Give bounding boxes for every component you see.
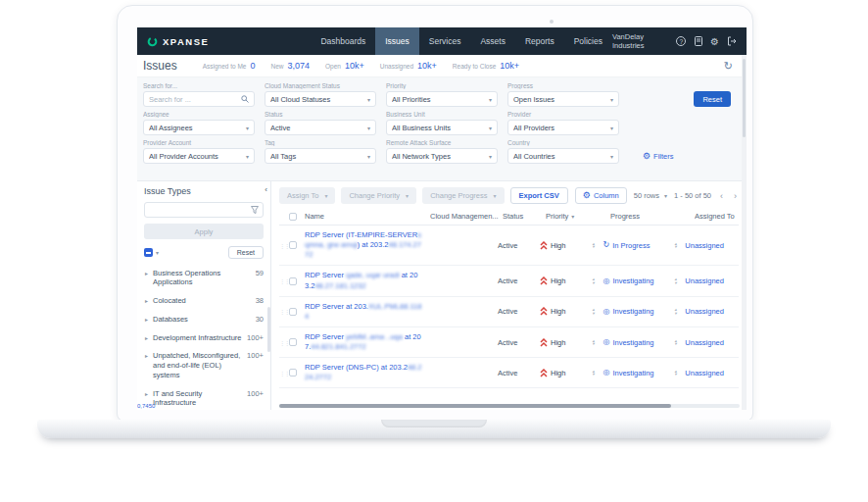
drag-handle-icon[interactable]: ⋮⋮ <box>279 370 289 376</box>
drag-handle-icon[interactable]: ⋮⋮ <box>279 308 289 315</box>
reset-filters-button[interactable]: Reset <box>694 91 731 107</box>
filter-select-tag[interactable]: All Tags ▾ <box>265 148 376 164</box>
issue-type-item[interactable]: ▸ Development Infrastructure 100+ <box>144 328 264 347</box>
progress-cell[interactable]: ◎ Investigating <box>603 276 665 285</box>
column-button[interactable]: ⚙Column <box>575 187 627 204</box>
filter-select-remote-attack-surface[interactable]: All Network Types ▾ <box>386 148 498 164</box>
account-name[interactable]: VanDelay Industries <box>612 32 664 50</box>
column-header-assigned-to[interactable]: Assigned To <box>695 212 747 221</box>
priority-value[interactable]: High <box>551 369 565 377</box>
priority-value[interactable]: High <box>551 307 565 316</box>
column-header-priority[interactable]: Priority▾ <box>546 212 610 221</box>
select-all-checkbox[interactable] <box>144 248 153 257</box>
filter-select-provider-account[interactable]: All Provider Accounts ▾ <box>143 148 255 164</box>
xpanse-logo[interactable]: XPANSE <box>137 36 222 47</box>
assigned-to-link[interactable]: Unassigned <box>685 338 739 347</box>
assigned-to-link[interactable]: Unassigned <box>685 241 739 250</box>
filter-select-progress[interactable]: Open Issues ▾ <box>507 91 619 107</box>
column-header-status[interactable]: Status <box>503 212 546 221</box>
stat-value[interactable]: 10k+ <box>345 61 364 71</box>
issue-name-link[interactable]: RDP Server (DNS-PC) at 203.248.224.2772 <box>305 363 427 382</box>
search-input[interactable] <box>149 95 241 104</box>
filter-select-priority[interactable]: All Priorities ▾ <box>386 91 498 107</box>
progress-cell[interactable]: ◎ Investigating <box>603 307 665 316</box>
row-checkbox[interactable] <box>289 338 297 346</box>
priority-stepper[interactable]: ▴▾ <box>584 277 603 284</box>
column-header-progress[interactable]: Progress <box>610 212 695 221</box>
expand-arrow-icon[interactable]: ▸ <box>145 352 148 359</box>
nav-item-issues[interactable]: Issues <box>375 27 419 55</box>
change-progress-button[interactable]: Change Progress▾ <box>422 187 504 204</box>
priority-stepper[interactable]: ▴▾ <box>584 308 603 315</box>
collapse-sidebar-icon[interactable]: ‹ <box>265 185 267 194</box>
filters-link[interactable]: ⚙Filters <box>643 152 674 161</box>
progress-cell[interactable]: ↻ In Progress <box>603 241 665 250</box>
row-checkbox[interactable] <box>289 277 297 285</box>
priority-value[interactable]: High <box>551 276 565 285</box>
stat-value[interactable]: 3,074 <box>288 61 311 71</box>
next-page-icon[interactable]: › <box>732 191 739 201</box>
apply-button[interactable]: Apply <box>144 224 264 239</box>
chevron-down-icon[interactable]: ▾ <box>156 249 159 256</box>
settings-gear-icon[interactable]: ⚙ <box>710 36 719 47</box>
issue-name-link[interactable]: RDP Server (IT-EMPIRE-SERVERsqmna, grw a… <box>305 230 427 260</box>
sidebar-reset-button[interactable]: Reset <box>228 246 264 259</box>
notifications-icon[interactable] <box>694 36 702 47</box>
progress-stepper[interactable]: ▴▾ <box>666 242 685 249</box>
assigned-to-link[interactable]: Unassigned <box>685 369 739 377</box>
nav-item-assets[interactable]: Assets <box>470 27 515 55</box>
expand-arrow-icon[interactable]: ▸ <box>145 316 148 323</box>
issue-type-item[interactable]: ▸ Unpatched, Misconfigured, and end-of-l… <box>144 347 264 384</box>
issue-name-link[interactable]: RDP Server at 203.XUL.PML88.1184 <box>305 302 427 322</box>
progress-cell[interactable]: ◎ Investigating <box>603 338 665 347</box>
expand-arrow-icon[interactable]: ▸ <box>145 297 148 304</box>
drag-handle-icon[interactable]: ⋮⋮ <box>279 242 289 249</box>
issue-name-link[interactable]: RDP Server yeMM..ama ..uqa at 207.44.821… <box>305 332 427 352</box>
expand-arrow-icon[interactable]: ▸ <box>145 390 148 397</box>
priority-stepper[interactable]: ▴▾ <box>584 339 603 346</box>
row-checkbox[interactable] <box>289 369 297 376</box>
nav-item-services[interactable]: Services <box>419 27 471 55</box>
page-scrollbar[interactable] <box>743 59 746 137</box>
filter-select-assignee[interactable]: All Assignees ▾ <box>143 120 255 135</box>
assigned-to-link[interactable]: Unassigned <box>685 276 739 285</box>
help-icon[interactable]: ? <box>676 36 686 47</box>
filter-select-business-unit[interactable]: All Business Units ▾ <box>386 120 498 135</box>
issue-type-item[interactable]: ▸ Colocated 38 <box>144 292 264 311</box>
priority-stepper[interactable]: ▴▾ <box>584 370 603 376</box>
priority-value[interactable]: High <box>551 338 565 347</box>
nav-item-reports[interactable]: Reports <box>515 27 564 55</box>
progress-stepper[interactable]: ▴▾ <box>666 308 685 315</box>
progress-stepper[interactable]: ▴▾ <box>666 370 685 376</box>
column-header-name[interactable]: Name <box>305 212 430 221</box>
stat-value[interactable]: 0 <box>251 61 256 71</box>
expand-arrow-icon[interactable]: ▸ <box>145 334 148 341</box>
nav-item-dashboards[interactable]: Dashboards <box>311 27 375 55</box>
progress-cell[interactable]: ◎ Investigating <box>603 369 665 377</box>
refresh-icon[interactable]: ↻ <box>724 61 733 72</box>
column-header-cloud-managemen-[interactable]: Cloud Managemen... <box>430 212 503 221</box>
filter-select-country[interactable]: All Countries ▾ <box>507 148 619 164</box>
horizontal-scrollbar[interactable] <box>279 404 671 408</box>
prev-page-icon[interactable]: ‹ <box>718 191 725 201</box>
assign-to-button[interactable]: Assign To▾ <box>279 187 335 204</box>
expand-arrow-icon[interactable]: ▸ <box>145 270 148 276</box>
stat-value[interactable]: 10k+ <box>417 61 437 71</box>
export-csv-button[interactable]: Export CSV <box>510 187 568 204</box>
assigned-to-link[interactable]: Unassigned <box>685 307 739 316</box>
progress-stepper[interactable]: ▴▾ <box>666 339 685 346</box>
issue-type-item[interactable]: ▸ Business Operations Applications 59 <box>144 264 264 292</box>
progress-stepper[interactable]: ▴▾ <box>666 277 685 284</box>
drag-handle-icon[interactable]: ⋮⋮ <box>279 339 289 346</box>
rows-per-page-select[interactable]: 50 rows▾ <box>634 191 667 200</box>
row-checkbox[interactable] <box>289 308 297 316</box>
priority-stepper[interactable]: ▴▾ <box>584 242 603 249</box>
sidebar-scrollbar[interactable] <box>267 307 270 352</box>
filter-select-cloud-management-status[interactable]: All Cloud Statuses ▾ <box>265 91 376 107</box>
priority-value[interactable]: High <box>551 241 565 250</box>
issue-type-item[interactable]: ▸ Databases 30 <box>144 310 264 328</box>
sidebar-filter-input[interactable] <box>144 202 264 218</box>
filter-select-provider[interactable]: All Providers ▾ <box>507 120 619 135</box>
filter-select-status[interactable]: Active ▾ <box>265 120 376 135</box>
drag-handle-icon[interactable]: ⋮⋮ <box>279 277 289 284</box>
